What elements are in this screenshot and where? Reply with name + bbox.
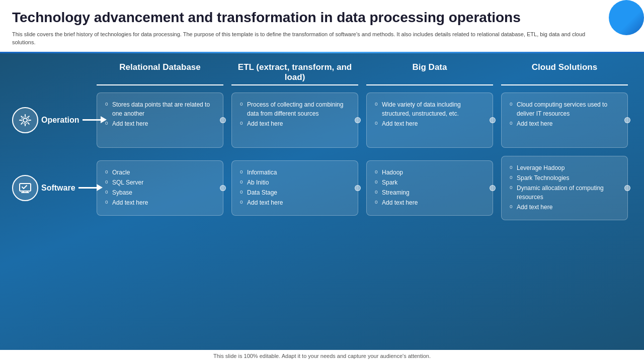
main-content: Relational Database ETL (extract, transf…: [0, 53, 644, 350]
list-item: Add text here: [240, 198, 350, 207]
list-item: Add text here: [375, 198, 485, 207]
operation-label: Operation: [41, 116, 79, 125]
header-area: Technology advancement and transformatio…: [0, 0, 644, 52]
card-operation-etl: Process of collecting and combining data…: [231, 93, 358, 148]
card-operation-etl-list: Process of collecting and combining data…: [240, 100, 350, 128]
list-item: Spark Technologies: [510, 173, 619, 183]
card-dot: [220, 185, 226, 191]
software-label: Software: [41, 184, 75, 193]
card-dot: [220, 117, 226, 123]
list-item: Informatica: [240, 168, 350, 177]
col-header-etl: ETL (extract, transform, and load): [231, 62, 358, 85]
svg-point-0: [23, 118, 27, 122]
card-software-cloud: Leverage Hadoop Spark Technologies Dynam…: [501, 156, 628, 220]
list-item: SQL Server: [105, 178, 215, 187]
list-item: Oracle: [105, 168, 215, 177]
software-icon: [12, 175, 38, 201]
card-operation-cloud: Cloud computing services used to deliver…: [501, 93, 628, 148]
footer-text: This slide is 100% editable. Adapt it to…: [213, 353, 431, 359]
row-label-operation: Operation: [12, 107, 93, 133]
column-headers: Relational Database ETL (extract, transf…: [12, 62, 632, 85]
card-software-etl: Informatica Ab Initio Data Stage Add tex…: [231, 160, 358, 216]
col-header-big-data: Big Data: [366, 62, 493, 85]
card-dot: [624, 117, 630, 123]
card-dot: [490, 117, 496, 123]
software-arrow: [78, 187, 99, 189]
list-item: Cloud computing services used to deliver…: [510, 100, 619, 118]
list-item: Dynamic allocation of computing resource…: [510, 184, 619, 202]
list-item: Stores data points that are related to o…: [105, 100, 215, 118]
card-software-relational-list: Oracle SQL Server Sybase Add text here: [105, 168, 215, 207]
footer: This slide is 100% editable. Adapt it to…: [0, 350, 644, 362]
list-item: Add text here: [375, 119, 485, 128]
col-header-cloud: Cloud Solutions: [501, 62, 628, 85]
card-operation-relational-list: Stores data points that are related to o…: [105, 100, 215, 128]
list-item: Add text here: [510, 119, 619, 128]
row-operation: Operation Stores data points that are re…: [12, 93, 632, 148]
card-software-bigdata-list: Hadoop Spark Streaming Add text here: [375, 168, 485, 207]
card-operation-bigdata: Wide variety of data including structure…: [366, 93, 493, 148]
list-item: Process of collecting and combining data…: [240, 100, 350, 118]
list-item: Data Stage: [240, 188, 350, 197]
card-dot: [355, 117, 361, 123]
list-item: Streaming: [375, 188, 485, 197]
card-software-cloud-list: Leverage Hadoop Spark Technologies Dynam…: [510, 163, 619, 212]
row-label-software: Software: [12, 175, 93, 201]
card-dot: [490, 185, 496, 191]
list-item: Hadoop: [375, 168, 485, 177]
list-item: Add text here: [105, 198, 215, 207]
card-dot: [355, 185, 361, 191]
card-operation-cloud-list: Cloud computing services used to deliver…: [510, 100, 619, 128]
list-item: Add text here: [105, 119, 215, 128]
card-software-etl-list: Informatica Ab Initio Data Stage Add tex…: [240, 168, 350, 207]
list-item: Leverage Hadoop: [510, 163, 619, 172]
list-item: Add text here: [510, 203, 619, 212]
page-title: Technology advancement and transformatio…: [12, 9, 632, 26]
col-header-relational-db: Relational Database: [97, 62, 223, 85]
list-item: Sybase: [105, 188, 215, 197]
list-item: Wide variety of data including structure…: [375, 100, 485, 118]
list-item: Ab Initio: [240, 178, 350, 187]
card-software-relational: Oracle SQL Server Sybase Add text here: [97, 160, 223, 216]
card-operation-relational: Stores data points that are related to o…: [97, 93, 223, 148]
card-operation-bigdata-list: Wide variety of data including structure…: [375, 100, 485, 128]
card-dot: [624, 185, 630, 191]
decorative-circle: [609, 0, 644, 35]
list-item: Spark: [375, 178, 485, 187]
row-software: Software Oracle SQL Server Sybase Add te…: [12, 156, 632, 220]
subtitle: This slide covers the brief history of t…: [12, 30, 591, 47]
card-software-bigdata: Hadoop Spark Streaming Add text here: [366, 160, 493, 216]
list-item: Add text here: [240, 119, 350, 128]
operation-icon: [12, 107, 38, 133]
